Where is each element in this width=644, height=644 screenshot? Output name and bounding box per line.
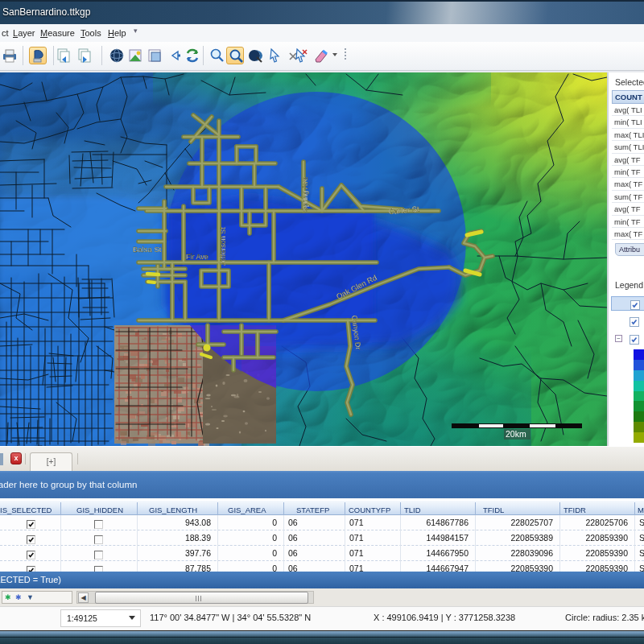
svg-text:Fir Ave: Fir Ave [186, 253, 208, 261]
svg-text:Balsa St: Balsa St [133, 245, 162, 254]
svg-text:20km: 20km [506, 429, 526, 439]
svg-text:Spring Ave: Spring Ave [301, 177, 309, 212]
svg-text:Jefferson St: Jefferson St [219, 227, 227, 266]
